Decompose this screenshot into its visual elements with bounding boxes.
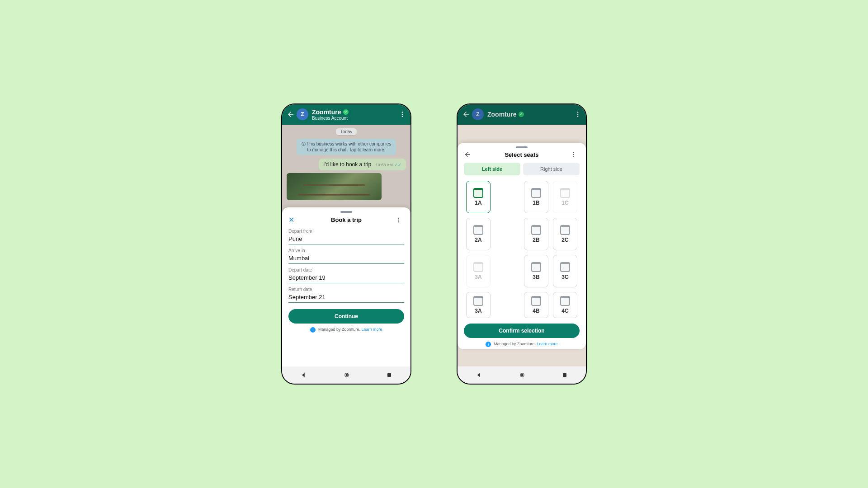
nav-back-icon[interactable] bbox=[476, 372, 482, 378]
back-icon[interactable] bbox=[287, 110, 295, 118]
return-date-input[interactable]: September 21 bbox=[288, 292, 404, 303]
seat-4a[interactable]: 3A bbox=[466, 292, 491, 318]
arrive-in-label: Arrive in bbox=[288, 248, 404, 253]
select-seats-sheet: Select seats Left side Right side 1A 1B … bbox=[458, 143, 586, 349]
svg-point-7 bbox=[346, 374, 348, 376]
managed-by-footer: i Managed by Zoomture. Learn more bbox=[464, 342, 580, 347]
header-title-box[interactable]: Zoomture bbox=[487, 111, 574, 118]
svg-point-14 bbox=[573, 156, 574, 157]
android-navbar bbox=[458, 366, 586, 384]
arrive-in-input[interactable]: Mumbai bbox=[288, 253, 404, 264]
seat-1b[interactable]: 1B bbox=[524, 181, 548, 213]
business-name: Zoomture bbox=[312, 108, 341, 116]
close-icon[interactable]: ✕ bbox=[288, 216, 297, 224]
aisle bbox=[495, 181, 519, 213]
android-navbar bbox=[282, 366, 410, 384]
book-trip-sheet: ✕ Book a trip Depart from Pune Arrive in… bbox=[282, 207, 410, 366]
seat-1c: 1C bbox=[553, 181, 577, 213]
back-icon[interactable] bbox=[462, 110, 470, 118]
header-title-box[interactable]: Zoomture Business Account bbox=[312, 108, 399, 121]
seat-icon bbox=[560, 225, 570, 235]
aisle bbox=[495, 218, 519, 250]
phone-select-seats: Z Zoomture Select seats Left side Right … bbox=[457, 103, 587, 385]
depart-from-label: Depart from bbox=[288, 229, 404, 234]
back-arrow-icon[interactable] bbox=[464, 151, 473, 158]
aisle bbox=[495, 292, 519, 318]
chat-header: Z Zoomture Business Account bbox=[282, 104, 410, 125]
seat-icon bbox=[473, 262, 483, 272]
sheet-title: Book a trip bbox=[331, 216, 362, 223]
seat-icon bbox=[473, 296, 483, 306]
seat-3c[interactable]: 3C bbox=[553, 255, 577, 287]
avatar[interactable]: Z bbox=[472, 108, 484, 120]
sheet-more-icon[interactable] bbox=[571, 151, 580, 158]
nav-back-icon[interactable] bbox=[301, 372, 307, 378]
sheet-title: Select seats bbox=[505, 151, 538, 158]
seat-icon bbox=[473, 225, 483, 235]
svg-point-10 bbox=[577, 114, 579, 115]
sheet-grabber[interactable] bbox=[516, 146, 528, 148]
tab-left-side[interactable]: Left side bbox=[464, 163, 520, 175]
seat-4c[interactable]: 4C bbox=[553, 292, 577, 318]
svg-rect-17 bbox=[563, 373, 566, 377]
svg-point-3 bbox=[398, 217, 399, 218]
avatar-letter: Z bbox=[476, 111, 479, 117]
nav-home-icon[interactable] bbox=[344, 372, 350, 378]
avatar[interactable]: Z bbox=[297, 108, 308, 120]
tab-right-side[interactable]: Right side bbox=[523, 163, 580, 175]
depart-from-input[interactable]: Pune bbox=[288, 234, 404, 244]
learn-more-link[interactable]: Learn more bbox=[362, 327, 382, 332]
business-name: Zoomture bbox=[487, 111, 517, 118]
depart-date-input[interactable]: September 19 bbox=[288, 272, 404, 283]
svg-point-1 bbox=[402, 114, 403, 115]
managed-icon: i bbox=[486, 342, 491, 347]
seat-icon bbox=[531, 225, 541, 235]
svg-point-4 bbox=[398, 219, 399, 220]
svg-point-9 bbox=[577, 112, 579, 113]
more-icon[interactable] bbox=[574, 111, 581, 118]
depart-date-label: Depart date bbox=[288, 267, 404, 272]
more-icon[interactable] bbox=[399, 111, 406, 118]
seat-grid: 1A 1B 1C 2A 2B 2C 3A 3B 3C 3A 4B 4C bbox=[464, 181, 580, 318]
nav-recents-icon[interactable] bbox=[387, 372, 392, 378]
verified-icon bbox=[519, 112, 524, 117]
seat-icon bbox=[531, 262, 541, 272]
business-subtitle: Business Account bbox=[312, 116, 399, 121]
chat-header: Z Zoomture bbox=[458, 104, 586, 125]
learn-more-link[interactable]: Learn more bbox=[537, 342, 558, 346]
seat-icon bbox=[560, 188, 570, 198]
svg-point-12 bbox=[573, 152, 574, 153]
sheet-grabber[interactable] bbox=[340, 211, 352, 213]
seat-icon bbox=[560, 262, 570, 272]
svg-point-13 bbox=[573, 154, 574, 155]
chat-area: Select seats Left side Right side 1A 1B … bbox=[458, 125, 586, 366]
svg-point-0 bbox=[402, 112, 403, 113]
continue-button[interactable]: Continue bbox=[288, 309, 404, 324]
side-tabs: Left side Right side bbox=[464, 163, 580, 175]
phone-book-trip: Z Zoomture Business Account Today ⓘ This… bbox=[281, 103, 411, 385]
nav-recents-icon[interactable] bbox=[562, 372, 567, 378]
seat-2a[interactable]: 2A bbox=[466, 218, 491, 250]
seat-icon bbox=[473, 188, 483, 198]
seat-3b[interactable]: 3B bbox=[524, 255, 548, 287]
chat-area: Today ⓘ This business works with other c… bbox=[282, 125, 410, 366]
svg-point-16 bbox=[521, 374, 523, 376]
seat-4b[interactable]: 4B bbox=[524, 292, 548, 318]
seat-2c[interactable]: 2C bbox=[553, 218, 577, 250]
svg-rect-8 bbox=[387, 373, 391, 377]
seat-2b[interactable]: 2B bbox=[524, 218, 548, 250]
svg-point-2 bbox=[402, 116, 403, 117]
nav-home-icon[interactable] bbox=[519, 372, 525, 378]
return-date-label: Return date bbox=[288, 287, 404, 292]
seat-icon bbox=[560, 296, 570, 306]
aisle bbox=[495, 255, 519, 287]
svg-point-11 bbox=[577, 116, 579, 117]
verified-icon bbox=[343, 109, 349, 115]
avatar-letter: Z bbox=[301, 111, 304, 117]
seat-icon bbox=[531, 188, 541, 198]
sheet-more-icon[interactable] bbox=[395, 217, 404, 223]
managed-by-footer: i Managed by Zoomture. Learn more bbox=[288, 327, 404, 333]
seat-1a[interactable]: 1A bbox=[466, 181, 491, 213]
svg-point-5 bbox=[398, 221, 399, 222]
confirm-selection-button[interactable]: Confirm selection bbox=[464, 324, 580, 338]
